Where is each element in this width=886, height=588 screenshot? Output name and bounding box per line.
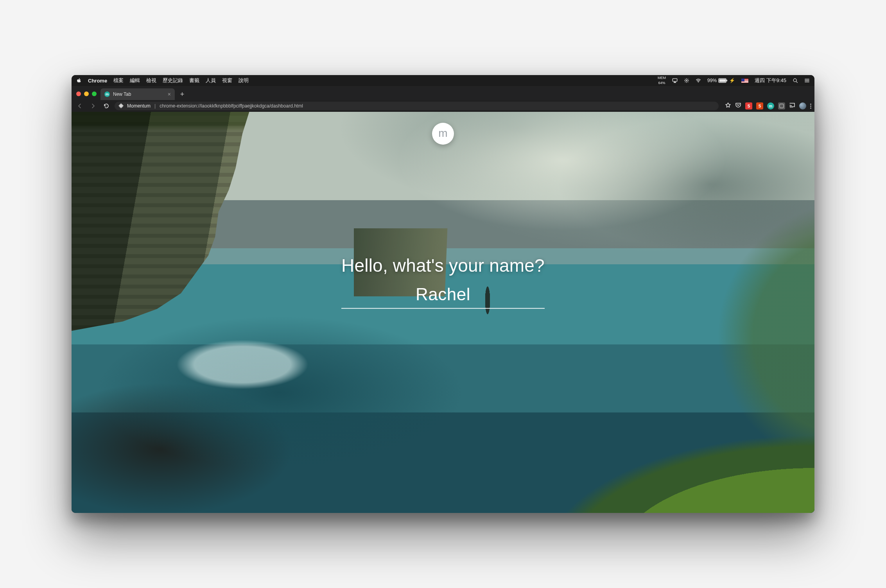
input-source-flag-icon[interactable] bbox=[741, 79, 748, 83]
menu-view[interactable]: 檢視 bbox=[146, 77, 156, 84]
profile-avatar[interactable] bbox=[799, 102, 806, 109]
menu-history[interactable]: 歷史記錄 bbox=[163, 77, 183, 84]
extension-chip-2[interactable]: S bbox=[756, 102, 763, 109]
menu-people[interactable]: 人員 bbox=[206, 77, 216, 84]
memory-label: MEM bbox=[658, 76, 666, 80]
tab-close-button[interactable]: × bbox=[168, 91, 171, 97]
macos-menubar: Chrome 檔案 編輯 檢視 歷史記錄 書籤 人員 視窗 說明 MEM 64% bbox=[72, 75, 814, 86]
window-minimize-button[interactable] bbox=[84, 91, 89, 96]
momentum-logo-letter: m bbox=[438, 127, 447, 140]
wifi-icon[interactable] bbox=[696, 78, 701, 83]
tab-strip: m New Tab × + bbox=[72, 86, 814, 100]
svg-point-6 bbox=[793, 79, 796, 82]
nav-reload-button[interactable] bbox=[101, 101, 111, 111]
address-bar[interactable]: Momentum | chrome-extension://laookkfknp… bbox=[115, 102, 719, 110]
battery-percent: 99% bbox=[707, 78, 717, 83]
airplay-icon[interactable] bbox=[672, 78, 678, 83]
cast-icon[interactable] bbox=[789, 102, 795, 110]
menu-edit[interactable]: 編輯 bbox=[130, 77, 140, 84]
svg-rect-4 bbox=[726, 80, 727, 81]
extension-puzzle-icon bbox=[118, 103, 124, 109]
extension-chip-3[interactable] bbox=[778, 102, 785, 109]
charging-icon: ⚡ bbox=[729, 78, 735, 83]
svg-point-1 bbox=[686, 80, 687, 81]
page-content: m Hello, what's your name? bbox=[72, 112, 814, 513]
bookmark-star-icon[interactable] bbox=[725, 102, 731, 110]
svg-rect-7 bbox=[780, 104, 784, 108]
tab-title: New Tab bbox=[113, 91, 131, 97]
svg-rect-0 bbox=[673, 79, 677, 81]
menu-window[interactable]: 視窗 bbox=[222, 77, 232, 84]
battery-status[interactable]: 99% ⚡ bbox=[707, 78, 735, 83]
displays-icon[interactable] bbox=[684, 78, 689, 83]
svg-point-2 bbox=[698, 82, 699, 82]
url-host: Momentum bbox=[127, 103, 151, 109]
apple-logo-icon[interactable] bbox=[76, 78, 82, 83]
menu-help[interactable]: 說明 bbox=[239, 77, 249, 84]
name-input[interactable] bbox=[341, 283, 545, 309]
nav-back-button[interactable] bbox=[75, 101, 85, 111]
onboarding-prompt: Hello, what's your name? bbox=[341, 255, 545, 276]
toolbar: Momentum | chrome-extension://laookkfknp… bbox=[72, 100, 814, 112]
memory-status[interactable]: MEM 64% bbox=[658, 76, 666, 85]
svg-point-8 bbox=[790, 107, 791, 108]
window-fullscreen-button[interactable] bbox=[92, 91, 97, 96]
menubar-app-name[interactable]: Chrome bbox=[88, 78, 107, 84]
pocket-icon[interactable] bbox=[735, 102, 741, 110]
tab-favicon-icon: m bbox=[104, 91, 110, 97]
url-separator: | bbox=[154, 103, 156, 109]
window-controls bbox=[76, 91, 97, 96]
svg-rect-5 bbox=[719, 79, 726, 82]
onboarding-panel: Hello, what's your name? bbox=[341, 255, 545, 309]
menu-bookmarks[interactable]: 書籤 bbox=[189, 77, 199, 84]
url-path: chrome-extension://laookkfknpbbblfpciffp… bbox=[160, 103, 303, 109]
chrome-menu-button[interactable] bbox=[810, 104, 811, 109]
new-tab-button[interactable]: + bbox=[177, 89, 187, 99]
spotlight-search-icon[interactable] bbox=[793, 78, 798, 83]
momentum-logo: m bbox=[432, 123, 454, 145]
menu-file[interactable]: 檔案 bbox=[113, 77, 124, 84]
nav-forward-button[interactable] bbox=[88, 101, 98, 111]
control-center-icon[interactable] bbox=[804, 78, 810, 83]
tab-active[interactable]: m New Tab × bbox=[100, 88, 175, 100]
memory-value: 64% bbox=[658, 81, 665, 85]
window-close-button[interactable] bbox=[76, 91, 81, 96]
menubar-clock[interactable]: 週四 下午9:45 bbox=[755, 77, 786, 84]
extension-chip-1[interactable]: S bbox=[745, 102, 752, 109]
extension-chip-momentum[interactable]: m bbox=[767, 102, 774, 109]
browser-window: Chrome 檔案 編輯 檢視 歷史記錄 書籤 人員 視窗 說明 MEM 64% bbox=[72, 75, 814, 513]
